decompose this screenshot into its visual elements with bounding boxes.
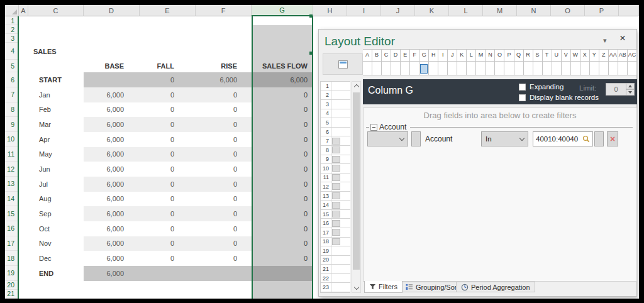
cell[interactable]: 6,000: [84, 162, 140, 177]
cell[interactable]: [19, 177, 28, 192]
strip-cell-AA[interactable]: [609, 62, 618, 75]
strip-letter-T[interactable]: T: [543, 50, 552, 61]
filter-value-input[interactable]: 40010:40040: [533, 131, 593, 146]
cell[interactable]: 0: [196, 147, 252, 162]
column-header-C[interactable]: C: [28, 5, 84, 16]
strip-letter-C[interactable]: C: [382, 50, 391, 61]
cell[interactable]: [140, 266, 196, 281]
cell[interactable]: 0: [140, 251, 196, 266]
column-header-P[interactable]: P: [585, 5, 619, 16]
strip-cell-S[interactable]: [533, 62, 543, 75]
row-header-13[interactable]: 13: [5, 177, 18, 192]
cell[interactable]: 0: [140, 236, 196, 251]
strip-letter-V[interactable]: V: [562, 50, 571, 61]
row-header-19[interactable]: 19: [5, 266, 18, 281]
cell[interactable]: 0: [252, 162, 313, 177]
cell[interactable]: SALES FLOW: [252, 60, 313, 72]
mini-row-cell[interactable]: [331, 100, 350, 109]
cell[interactable]: [19, 290, 28, 299]
cell[interactable]: [19, 147, 28, 162]
strip-letter-O[interactable]: O: [495, 50, 504, 61]
filter-drop-area[interactable]: Drag fields into area below to create fi…: [363, 107, 637, 282]
mini-row-cell[interactable]: [331, 146, 350, 155]
strip-letter-H[interactable]: H: [429, 50, 438, 61]
cell[interactable]: 6,000: [84, 87, 140, 102]
cell[interactable]: 0: [196, 177, 252, 192]
cell[interactable]: [252, 290, 313, 299]
row-header-1[interactable]: 1: [5, 16, 18, 25]
mini-row-cell[interactable]: [331, 128, 350, 136]
new-layout-button[interactable]: [323, 53, 363, 75]
cell[interactable]: Apr: [28, 132, 84, 147]
options-button[interactable]: [594, 131, 604, 146]
row-header-17[interactable]: 17: [5, 236, 18, 251]
cell[interactable]: [140, 281, 196, 290]
column-header-N[interactable]: N: [517, 5, 551, 16]
cell[interactable]: [196, 25, 252, 34]
strip-letter-P[interactable]: P: [504, 50, 514, 61]
cell[interactable]: [196, 266, 252, 281]
collapse-minus-icon[interactable]: [370, 124, 377, 131]
strip-letter-R[interactable]: R: [524, 50, 533, 61]
mini-row-cell[interactable]: [331, 219, 350, 228]
row-header-6[interactable]: 6: [5, 72, 18, 87]
column-header-H[interactable]: H: [313, 5, 347, 16]
cell[interactable]: Jul: [28, 177, 84, 192]
cell[interactable]: [140, 290, 196, 299]
mini-row-cell[interactable]: [331, 228, 350, 237]
column-header-L[interactable]: L: [449, 5, 483, 16]
cell[interactable]: [19, 102, 28, 118]
cell[interactable]: RISE: [196, 60, 252, 72]
mini-row-cell[interactable]: [331, 283, 350, 292]
strip-cell-I[interactable]: [438, 62, 448, 75]
cell[interactable]: 0: [196, 132, 252, 147]
cell[interactable]: 6,000: [196, 72, 252, 87]
cell[interactable]: [19, 43, 28, 60]
cell[interactable]: 0: [140, 162, 196, 177]
strip-letter-S[interactable]: S: [533, 50, 543, 61]
row-header-4[interactable]: 4: [5, 43, 18, 60]
cell[interactable]: 0: [196, 221, 252, 236]
cell[interactable]: Jan: [28, 87, 84, 102]
strip-cell-O[interactable]: [495, 62, 504, 75]
mini-row-cell[interactable]: [331, 201, 350, 209]
strip-letter-Q[interactable]: Q: [514, 50, 524, 61]
cell[interactable]: 6,000: [84, 221, 140, 236]
strip-cell-J[interactable]: [448, 62, 457, 75]
strip-cell-AC[interactable]: [628, 62, 637, 75]
cell[interactable]: 0: [252, 221, 313, 236]
strip-cell-B[interactable]: [372, 62, 382, 75]
mini-row-cell[interactable]: [331, 192, 350, 201]
row-header-12[interactable]: 12: [5, 162, 18, 177]
selection-fill-handle[interactable]: [309, 14, 313, 18]
strip-cell-T[interactable]: [543, 62, 552, 75]
column-header-J[interactable]: J: [381, 5, 415, 16]
spinner-arrows[interactable]: [626, 83, 635, 96]
display-blank-checkbox[interactable]: [519, 94, 526, 101]
cell[interactable]: 6,000: [84, 192, 140, 207]
strip-letter-A[interactable]: A: [363, 50, 372, 61]
mini-row-cell[interactable]: [331, 109, 350, 118]
strip-cell-F[interactable]: [410, 62, 419, 75]
row-header-10[interactable]: 10: [5, 132, 18, 147]
strip-cell-C[interactable]: [382, 62, 391, 75]
expanding-checkbox[interactable]: [519, 84, 526, 91]
strip-cell-V[interactable]: [562, 62, 571, 75]
scroll-up-arrow[interactable]: [352, 82, 360, 91]
cell[interactable]: [84, 25, 140, 34]
strip-letter-X[interactable]: X: [580, 50, 590, 61]
mini-row-cell[interactable]: [331, 164, 350, 173]
column-header-O[interactable]: O: [551, 5, 585, 16]
chevron-down-icon[interactable]: ▾: [603, 36, 607, 45]
sheet-title[interactable]: SALES: [28, 43, 84, 60]
cell[interactable]: 6,000: [84, 251, 140, 266]
cell[interactable]: [19, 266, 28, 281]
cell[interactable]: 0: [140, 147, 196, 162]
cell[interactable]: START: [28, 72, 84, 87]
strip-cell-U[interactable]: [552, 62, 562, 75]
column-header-G[interactable]: G: [252, 5, 313, 16]
mini-row-cell[interactable]: [331, 246, 350, 255]
cell[interactable]: [84, 281, 140, 290]
strip-cell-P[interactable]: [504, 62, 514, 75]
cell[interactable]: 0: [252, 236, 313, 251]
